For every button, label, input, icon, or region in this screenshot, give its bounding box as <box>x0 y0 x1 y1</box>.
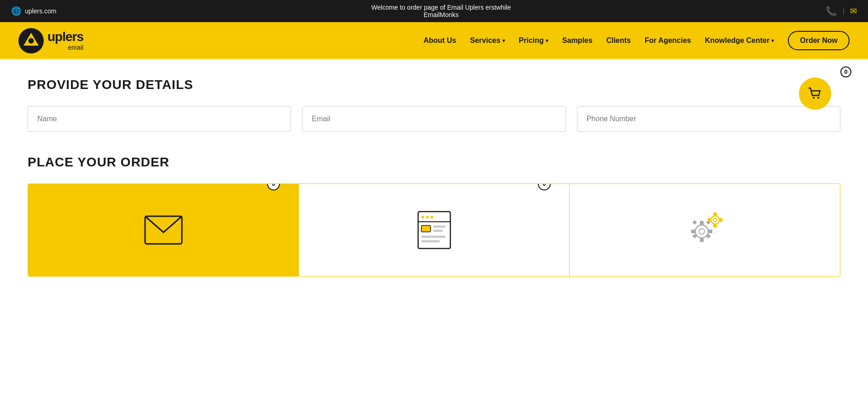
divider: | <box>843 7 845 15</box>
nav-pricing[interactable]: Pricing ▾ <box>519 36 548 45</box>
nav-about-us[interactable]: About Us <box>424 36 456 45</box>
logo-email: email <box>47 44 83 51</box>
svg-rect-20 <box>691 230 695 233</box>
order-card-email[interactable]: 0 <box>28 184 298 276</box>
svg-point-8 <box>426 216 429 219</box>
top-bar-contacts: 📞 | ✉ <box>826 6 857 17</box>
nav-services[interactable]: Services ▾ <box>470 36 505 45</box>
cart-button[interactable] <box>799 77 831 110</box>
header: uplers email About Us Services ▾ Pricing… <box>0 22 868 59</box>
logo[interactable]: uplers email <box>18 28 83 53</box>
svg-point-7 <box>421 216 424 219</box>
svg-point-27 <box>713 218 717 222</box>
svg-point-4 <box>817 97 819 99</box>
order-card-services[interactable] <box>569 184 840 276</box>
svg-rect-13 <box>433 230 443 232</box>
announcement-text: Welcome to order page of Email Uplers er… <box>56 4 826 18</box>
logo-text: uplers email <box>47 30 83 51</box>
order-card-template-badge: 0 <box>538 183 551 190</box>
main-nav: About Us Services ▾ Pricing ▾ Samples Cl… <box>424 31 850 50</box>
services-dropdown-arrow: ▾ <box>502 38 505 44</box>
svg-rect-11 <box>421 225 431 232</box>
svg-rect-12 <box>433 225 445 228</box>
svg-rect-28 <box>713 213 717 215</box>
cart-badge: 0 <box>840 66 851 77</box>
top-bar-left: 🌐 uplers.com <box>11 6 56 16</box>
nav-for-agencies[interactable]: For Agencies <box>645 36 691 45</box>
svg-rect-31 <box>720 218 722 222</box>
pricing-dropdown-arrow: ▾ <box>546 38 548 44</box>
cart-icon <box>807 85 823 102</box>
envelope-icon <box>143 214 184 246</box>
svg-rect-15 <box>421 240 440 242</box>
knowledge-dropdown-arrow: ▾ <box>771 38 774 44</box>
svg-rect-18 <box>700 221 704 225</box>
order-section-title: PLACE YOUR ORDER <box>28 155 840 170</box>
top-bar: 🌐 uplers.com Welcome to order page of Em… <box>0 0 868 22</box>
svg-rect-19 <box>700 238 704 242</box>
svg-point-3 <box>813 97 815 99</box>
svg-point-2 <box>29 38 34 43</box>
name-input[interactable] <box>28 106 291 132</box>
svg-rect-30 <box>708 218 711 222</box>
svg-point-17 <box>699 229 705 234</box>
site-name[interactable]: uplers.com <box>25 7 56 15</box>
svg-rect-29 <box>713 225 717 227</box>
order-now-button[interactable]: Order Now <box>788 31 850 50</box>
order-cards-container: 0 0 <box>28 183 840 277</box>
email-input[interactable] <box>302 106 565 132</box>
main-content: 0 PROVIDE YOUR DETAILS PLACE YOUR ORDER … <box>0 59 868 336</box>
layout-icon <box>416 209 453 251</box>
logo-uplers: uplers <box>47 30 83 44</box>
svg-point-16 <box>695 225 708 238</box>
svg-point-9 <box>431 216 433 219</box>
order-card-email-badge: 0 <box>267 183 280 190</box>
phone-input[interactable] <box>577 106 840 132</box>
phone-icon[interactable]: 📞 <box>826 6 837 17</box>
nav-knowledge-center[interactable]: Knowledge Center ▾ <box>705 36 774 45</box>
details-form <box>28 106 840 132</box>
logo-icon <box>18 28 44 53</box>
email-icon[interactable]: ✉ <box>850 6 857 16</box>
svg-point-26 <box>711 216 719 224</box>
order-card-template[interactable]: 0 <box>298 184 569 276</box>
svg-rect-14 <box>421 236 445 238</box>
svg-rect-21 <box>709 230 712 233</box>
nav-clients[interactable]: Clients <box>606 36 631 45</box>
gears-icon <box>682 209 728 251</box>
globe-icon: 🌐 <box>11 6 21 16</box>
nav-samples[interactable]: Samples <box>562 36 593 45</box>
svg-rect-22 <box>692 220 697 225</box>
details-section-title: PROVIDE YOUR DETAILS <box>28 77 840 92</box>
